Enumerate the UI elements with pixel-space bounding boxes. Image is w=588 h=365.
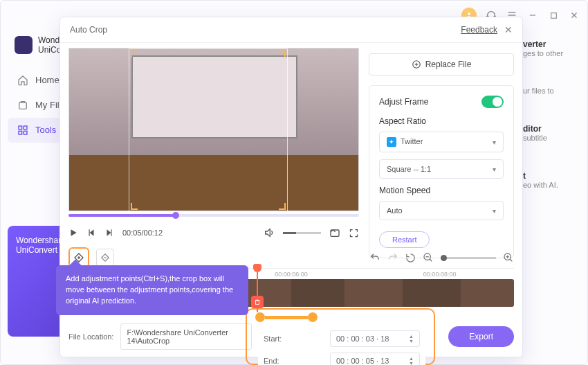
files-icon: [17, 100, 28, 111]
range-time-inputs: Start: 00 : 00 : 03 · 18 ▲▼ End: 00 : 00…: [258, 328, 425, 365]
nav-label: Home: [35, 75, 59, 85]
crop-box[interactable]: [129, 48, 288, 212]
aspect-ratio-select[interactable]: Square -- 1:1 ▾: [379, 159, 504, 179]
chevron-down-icon: ▾: [493, 139, 496, 146]
minimize-icon[interactable]: [526, 9, 539, 21]
delete-keyframe-button[interactable]: [96, 249, 114, 267]
list-item[interactable]: ditorsubtitle: [523, 120, 585, 146]
replace-file-button[interactable]: Replace File: [369, 53, 514, 75]
svg-rect-11: [19, 126, 22, 130]
file-location-label: File Location:: [68, 332, 113, 341]
video-preview[interactable]: [68, 48, 359, 211]
list-item[interactable]: teo with AI.: [523, 167, 585, 193]
svg-rect-14: [24, 131, 27, 134]
feedback-link[interactable]: Feedback: [461, 25, 497, 35]
export-button[interactable]: Export: [448, 326, 514, 347]
volume-icon[interactable]: [264, 227, 275, 238]
svg-rect-7: [551, 12, 556, 18]
modal-header: Auto Crop Feedback ✕: [60, 17, 522, 43]
start-time-input[interactable]: 00 : 00 : 03 · 18 ▲▼: [330, 330, 420, 347]
svg-rect-29: [256, 301, 259, 304]
crop-handle[interactable]: [279, 51, 286, 57]
fullscreen-icon[interactable]: [349, 228, 359, 238]
motion-speed-label: Motion Speed: [379, 186, 504, 195]
maximize-icon[interactable]: [547, 9, 560, 21]
undo-icon[interactable]: [369, 252, 380, 263]
file-location-input[interactable]: F:\Wondershare UniConverter 14\AutoCrop: [120, 323, 252, 350]
snapshot-icon[interactable]: [329, 227, 340, 238]
svg-rect-12: [24, 126, 27, 130]
seek-bar[interactable]: [68, 214, 359, 217]
player-controls: 00:05/00:12: [68, 222, 359, 243]
redo-icon[interactable]: [387, 252, 398, 263]
play-icon[interactable]: [68, 228, 78, 238]
end-label: End:: [264, 357, 279, 365]
autocrop-modal: Auto Crop Feedback ✕ 00:05/00:12 Repla: [59, 17, 523, 357]
adjust-frame-toggle[interactable]: [481, 96, 504, 108]
svg-rect-10: [19, 103, 27, 109]
start-label: Start:: [264, 335, 282, 343]
crop-handle[interactable]: [131, 203, 138, 210]
adjust-frame-label: Adjust Frame: [379, 97, 428, 107]
playhead[interactable]: [253, 264, 261, 272]
aspect-ratio-label: Aspect Ratio: [379, 116, 504, 126]
nav-label: Tools: [35, 125, 56, 135]
home-icon: [17, 75, 28, 86]
zoom-slider[interactable]: [441, 257, 496, 259]
restart-button[interactable]: Restart: [379, 231, 430, 248]
chevron-down-icon: ▾: [493, 207, 496, 215]
motion-speed-select[interactable]: Auto ▾: [379, 201, 504, 220]
close-icon[interactable]: ✕: [504, 24, 513, 35]
end-time-input[interactable]: 00 : 00 : 05 · 13 ▲▼: [330, 353, 420, 365]
crop-handle[interactable]: [131, 51, 138, 57]
reset-icon[interactable]: [405, 253, 416, 263]
prev-frame-icon[interactable]: [86, 228, 96, 238]
replace-label: Replace File: [425, 60, 472, 69]
timecode: 00:05/00:12: [122, 229, 163, 237]
aspect-platform-select[interactable]: ✦Twitter ▾: [379, 132, 504, 152]
chevron-down-icon: ▾: [493, 166, 496, 173]
svg-rect-13: [19, 131, 22, 134]
delete-marker-icon[interactable]: [251, 296, 264, 308]
next-frame-icon[interactable]: [104, 228, 114, 238]
zoom-in-icon[interactable]: [503, 252, 514, 263]
settings-panel: Replace File Adjust Frame Aspect Ratio ✦…: [369, 53, 514, 258]
keyframe-tooltip: Add adjustment points(Ctrl+S),the crop b…: [56, 265, 248, 315]
logo-icon: [15, 36, 33, 54]
range-handles[interactable]: [255, 312, 318, 322]
zoom-out-icon[interactable]: [423, 252, 434, 263]
range-end-handle[interactable]: [308, 312, 318, 322]
tools-icon: [17, 125, 28, 136]
svg-point-0: [468, 12, 470, 15]
volume-slider[interactable]: [283, 232, 321, 234]
range-bar[interactable]: [265, 316, 308, 319]
crop-handle[interactable]: [279, 203, 286, 210]
svg-line-24: [430, 259, 432, 261]
list-item[interactable]: ur files to: [523, 82, 585, 99]
range-start-handle[interactable]: [255, 312, 265, 322]
feature-cards: verterges to other ur files to ditorsubt…: [523, 35, 585, 193]
list-item[interactable]: verterges to other: [523, 35, 585, 62]
stepper[interactable]: ▲▼: [409, 356, 414, 365]
close-icon[interactable]: [568, 9, 580, 21]
modal-title: Auto Crop: [70, 25, 107, 35]
svg-line-28: [510, 259, 512, 261]
plus-circle-icon: [412, 60, 421, 69]
stepper[interactable]: ▲▼: [409, 334, 414, 344]
twitter-icon: ✦: [387, 137, 396, 147]
